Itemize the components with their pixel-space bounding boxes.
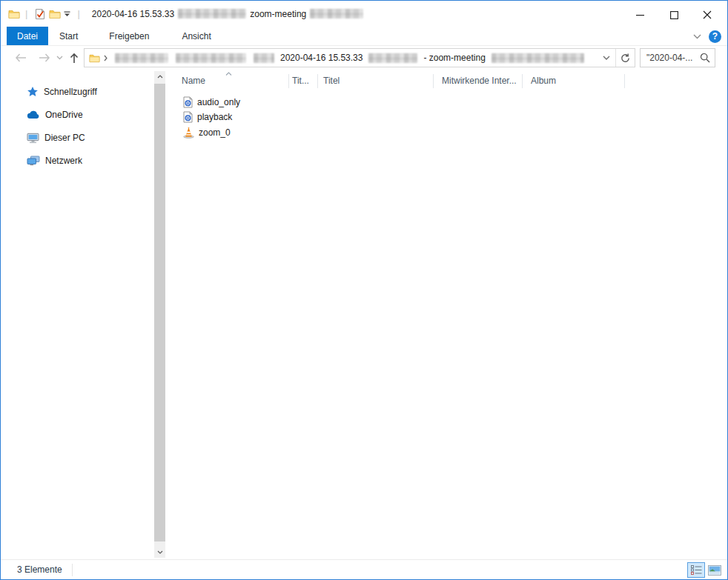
minimize-ribbon-chevron-icon[interactable] — [693, 34, 701, 39]
navigation-pane: Schnellzugriff OneDrive — [1, 70, 154, 559]
column-separator[interactable] — [624, 74, 625, 88]
sidebar-item-quick-access[interactable]: Schnellzugriff — [1, 83, 154, 101]
title-date: 2020-04-16 15.53.33 — [92, 9, 174, 19]
sidebar-item-this-pc[interactable]: Dieser PC — [1, 129, 154, 147]
redacted-path-segment — [115, 53, 168, 63]
search-magnifier-icon[interactable] — [700, 53, 710, 63]
column-header-track[interactable]: Tit... — [292, 76, 309, 86]
minimize-button[interactable] — [629, 5, 651, 24]
tab-ansicht[interactable]: Ansicht — [171, 27, 222, 45]
sidebar-scrollbar[interactable] — [154, 71, 165, 558]
folder-icon — [89, 53, 100, 63]
search-input[interactable] — [646, 53, 700, 63]
new-folder-icon[interactable] — [47, 6, 62, 22]
title-bar: | | 2020-04-16 15.53.33 zoom-meeting — [1, 1, 727, 27]
tab-label: Datei — [17, 31, 38, 41]
redacted-path-segment — [492, 53, 584, 63]
file-row-playback[interactable]: playback — [171, 110, 453, 124]
column-header-album[interactable]: Album — [531, 76, 556, 86]
item-count: 3 Elemente — [17, 564, 62, 575]
folder-icon — [8, 9, 20, 19]
up-arrow-icon[interactable] — [64, 49, 84, 67]
status-bar: 3 Elemente — [1, 559, 727, 579]
file-name: audio_only — [197, 97, 240, 107]
title-meeting: zoom-meeting — [250, 9, 306, 19]
column-header-row: Name Tit... Titel Mitwirkende Inter... A… — [171, 71, 721, 90]
column-separator[interactable] — [288, 74, 289, 88]
quick-access-star-icon — [27, 86, 39, 98]
main-area: Schnellzugriff OneDrive — [1, 70, 727, 559]
file-name: playback — [197, 112, 232, 122]
tab-label: Freigeben — [109, 31, 149, 41]
sidebar-item-label: Netzwerk — [45, 156, 82, 166]
thumbnail-view-button[interactable] — [706, 562, 724, 578]
sidebar-item-label: OneDrive — [45, 110, 83, 120]
separator: | — [77, 8, 79, 19]
scrollbar-down-arrow-icon[interactable] — [154, 547, 165, 558]
vlc-cone-icon — [183, 127, 194, 139]
close-button[interactable] — [696, 5, 718, 24]
forward-arrow-icon[interactable] — [35, 49, 54, 67]
redacted-block — [178, 9, 246, 19]
this-pc-monitor-icon — [27, 133, 39, 144]
redacted-path-segment — [176, 53, 246, 63]
media-file-icon — [183, 111, 193, 123]
column-separator[interactable] — [433, 74, 434, 88]
address-history-chevron-icon[interactable] — [598, 49, 615, 67]
tab-label: Start — [59, 31, 78, 41]
refresh-icon[interactable] — [615, 49, 635, 67]
address-bar[interactable]: 2020-04-16 15.53.33 - zoom-meeting — [84, 48, 635, 67]
separator: | — [25, 8, 27, 19]
redacted-path-segment — [368, 53, 417, 63]
status-separator — [72, 564, 73, 576]
sort-ascending-caret-icon — [225, 72, 232, 76]
onedrive-cloud-icon — [27, 110, 40, 119]
properties-check-icon[interactable] — [33, 6, 47, 22]
column-separator[interactable] — [522, 74, 523, 88]
tab-datei[interactable]: Datei — [7, 27, 48, 45]
sidebar-item-onedrive[interactable]: OneDrive — [1, 106, 154, 124]
network-icon — [27, 156, 40, 166]
address-toolbar: 2020-04-16 15.53.33 - zoom-meeting — [1, 46, 727, 70]
tab-freigeben[interactable]: Freigeben — [98, 27, 160, 45]
scrollbar-up-arrow-icon[interactable] — [154, 71, 165, 82]
sidebar-item-label: Schnellzugriff — [44, 87, 97, 97]
details-view-button[interactable] — [687, 562, 705, 578]
ribbon-right-controls: ? — [693, 27, 721, 46]
column-header-title[interactable]: Titel — [323, 76, 340, 86]
file-name: zoom_0 — [199, 127, 231, 138]
column-header-artists[interactable]: Mitwirkende Inter... — [442, 76, 517, 86]
maximize-button[interactable] — [663, 5, 685, 24]
ribbon-tab-bar: Datei Start Freigeben Ansicht — [1, 27, 727, 46]
breadcrumb-folder-meeting[interactable]: - zoom-meeting — [423, 53, 485, 63]
column-separator[interactable] — [317, 74, 318, 88]
customize-quick-access-chevron-icon[interactable] — [64, 11, 70, 17]
file-list-pane: Name Tit... Titel Mitwirkende Inter... A… — [171, 70, 721, 559]
tab-label: Ansicht — [182, 31, 211, 41]
help-icon[interactable]: ? — [709, 30, 721, 43]
breadcrumb-folder-date[interactable]: 2020-04-16 15.53.33 — [280, 53, 363, 63]
file-row-audio-only[interactable]: audio_only — [171, 95, 453, 110]
back-arrow-icon[interactable] — [11, 49, 30, 67]
redacted-path-segment — [254, 53, 274, 63]
breadcrumb-chevron-icon[interactable] — [104, 55, 107, 61]
sidebar-item-network[interactable]: Netzwerk — [1, 152, 154, 170]
sidebar-item-label: Dieser PC — [44, 133, 85, 143]
file-row-zoom-0[interactable]: zoom_0 — [171, 125, 453, 140]
window-title: 2020-04-16 15.53.33 zoom-meeting — [92, 9, 367, 19]
scrollbar-thumb[interactable] — [154, 84, 165, 541]
column-header-name[interactable]: Name — [182, 76, 205, 86]
explorer-window: | | 2020-04-16 15.53.33 zoom-meeting — [0, 0, 728, 580]
redacted-block — [310, 9, 363, 19]
tab-start[interactable]: Start — [48, 27, 89, 45]
search-box — [640, 48, 715, 67]
media-file-icon — [183, 96, 193, 108]
